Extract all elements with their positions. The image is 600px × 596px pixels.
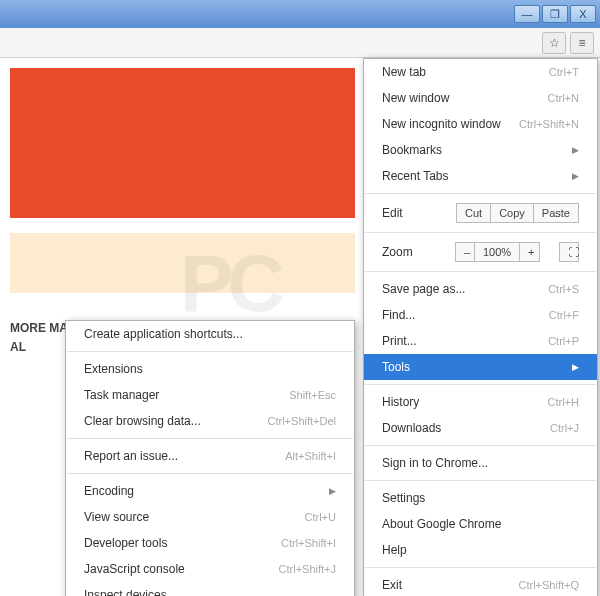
menu-separator bbox=[365, 445, 596, 446]
submenu-report-issue[interactable]: Report an issue...Alt+Shift+I bbox=[66, 443, 354, 469]
menu-separator bbox=[365, 567, 596, 568]
menu-separator bbox=[365, 271, 596, 272]
menu-new-tab[interactable]: New tabCtrl+T bbox=[364, 59, 597, 85]
menu-zoom-row: Zoom – 100% + ⛶ bbox=[364, 237, 597, 267]
zoom-value: 100% bbox=[475, 242, 520, 262]
submenu-developer-tools[interactable]: Developer toolsCtrl+Shift+I bbox=[66, 530, 354, 556]
submenu-inspect-devices[interactable]: Inspect devices bbox=[66, 582, 354, 596]
menu-history[interactable]: HistoryCtrl+H bbox=[364, 389, 597, 415]
submenu-task-manager[interactable]: Task managerShift+Esc bbox=[66, 382, 354, 408]
submenu-javascript-console[interactable]: JavaScript consoleCtrl+Shift+J bbox=[66, 556, 354, 582]
chevron-right-icon: ▶ bbox=[572, 171, 579, 181]
menu-print[interactable]: Print...Ctrl+P bbox=[364, 328, 597, 354]
browser-toolbar: ☆ ≡ bbox=[0, 28, 600, 58]
submenu-app-shortcuts[interactable]: Create application shortcuts... bbox=[66, 321, 354, 347]
menu-tools[interactable]: Tools▶ bbox=[364, 354, 597, 380]
menu-edit-row: Edit Cut Copy Paste bbox=[364, 198, 597, 228]
close-button[interactable]: X bbox=[570, 5, 596, 23]
hamburger-menu-icon[interactable]: ≡ bbox=[570, 32, 594, 54]
menu-incognito[interactable]: New incognito windowCtrl+Shift+N bbox=[364, 111, 597, 137]
minimize-button[interactable]: — bbox=[514, 5, 540, 23]
menu-recent-tabs[interactable]: Recent Tabs▶ bbox=[364, 163, 597, 189]
submenu-extensions[interactable]: Extensions bbox=[66, 356, 354, 382]
submenu-view-source[interactable]: View sourceCtrl+U bbox=[66, 504, 354, 530]
paste-button[interactable]: Paste bbox=[534, 203, 579, 223]
copy-button[interactable]: Copy bbox=[491, 203, 534, 223]
chevron-right-icon: ▶ bbox=[329, 486, 336, 496]
page-hero-banner bbox=[10, 68, 355, 218]
page-content: MORE MANAGEABLE WITH THE NEW savi AL PC … bbox=[0, 58, 600, 596]
zoom-in-button[interactable]: + bbox=[520, 242, 540, 262]
chrome-main-menu: New tabCtrl+T New windowCtrl+N New incog… bbox=[363, 58, 598, 596]
menu-about[interactable]: About Google Chrome bbox=[364, 511, 597, 537]
tools-submenu: Create application shortcuts... Extensio… bbox=[65, 320, 355, 596]
menu-separator bbox=[365, 480, 596, 481]
menu-separator bbox=[365, 193, 596, 194]
headline-line2: AL bbox=[10, 340, 26, 354]
menu-exit[interactable]: ExitCtrl+Shift+Q bbox=[364, 572, 597, 596]
menu-separator bbox=[67, 351, 353, 352]
chevron-right-icon: ▶ bbox=[572, 145, 579, 155]
menu-help[interactable]: Help bbox=[364, 537, 597, 563]
menu-separator bbox=[365, 232, 596, 233]
submenu-encoding[interactable]: Encoding▶ bbox=[66, 478, 354, 504]
menu-separator bbox=[67, 473, 353, 474]
chevron-right-icon: ▶ bbox=[572, 362, 579, 372]
zoom-label: Zoom bbox=[382, 245, 442, 259]
zoom-out-button[interactable]: – bbox=[455, 242, 475, 262]
page-sub-banner bbox=[10, 233, 355, 293]
fullscreen-button[interactable]: ⛶ bbox=[559, 242, 579, 262]
maximize-button[interactable]: ❐ bbox=[542, 5, 568, 23]
bookmark-star-icon[interactable]: ☆ bbox=[542, 32, 566, 54]
menu-separator bbox=[67, 438, 353, 439]
cut-button[interactable]: Cut bbox=[456, 203, 491, 223]
window-titlebar: — ❐ X bbox=[0, 0, 600, 28]
menu-separator bbox=[365, 384, 596, 385]
menu-downloads[interactable]: DownloadsCtrl+J bbox=[364, 415, 597, 441]
menu-settings[interactable]: Settings bbox=[364, 485, 597, 511]
edit-label: Edit bbox=[382, 206, 442, 220]
menu-save-page[interactable]: Save page as...Ctrl+S bbox=[364, 276, 597, 302]
submenu-clear-browsing-data[interactable]: Clear browsing data...Ctrl+Shift+Del bbox=[66, 408, 354, 434]
menu-signin[interactable]: Sign in to Chrome... bbox=[364, 450, 597, 476]
menu-bookmarks[interactable]: Bookmarks▶ bbox=[364, 137, 597, 163]
menu-new-window[interactable]: New windowCtrl+N bbox=[364, 85, 597, 111]
menu-find[interactable]: Find...Ctrl+F bbox=[364, 302, 597, 328]
